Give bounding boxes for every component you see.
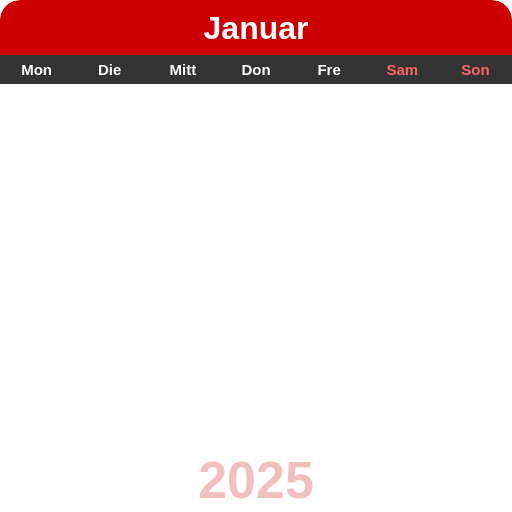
day-header-son: Son: [439, 55, 512, 84]
month-header: Januar: [0, 0, 512, 55]
day-header-mitt: Mitt: [146, 55, 219, 84]
year-display: 2025: [8, 454, 504, 506]
calendar-app: Januar MonDieMittDonFreSamSon 2025: [0, 0, 512, 512]
weekday-headers: MonDieMittDonFreSamSon: [0, 55, 512, 84]
day-header-don: Don: [219, 55, 292, 84]
month-title: Januar: [204, 10, 309, 46]
day-header-sam: Sam: [366, 55, 439, 84]
day-header-mon: Mon: [0, 55, 73, 84]
footer: 2025: [0, 448, 512, 512]
calendar-grid: MonDieMittDonFreSamSon: [0, 55, 512, 448]
weeks-container: [0, 84, 512, 448]
day-header-die: Die: [73, 55, 146, 84]
day-header-fre: Fre: [293, 55, 366, 84]
